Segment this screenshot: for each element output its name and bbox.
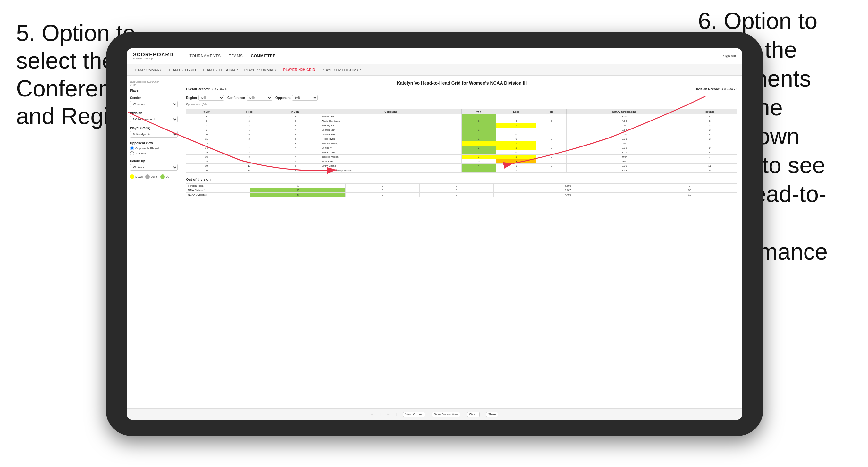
overall-record: Overall Record: 353 - 34 - 6 [186,88,227,91]
cell-reg: 8 [227,150,271,155]
records-row: Overall Record: 353 - 34 - 6 Division Re… [186,88,738,91]
cell-conf: 1 [271,115,320,119]
filter-opponent-select[interactable]: (All) [292,95,318,101]
toolbar-undo-icon[interactable]: ↩ [371,413,373,416]
cell-reg: 6 [227,132,271,137]
sidebar-colour-select[interactable]: Win/loss [130,164,178,170]
radio-opponents-played[interactable]: Opponents Played [130,146,178,150]
filter-region-select[interactable]: (All) [198,95,224,101]
cell-rounds: 7 [682,155,737,159]
legend-down-dot [130,174,134,179]
sidebar-gender-label: Gender [130,96,178,100]
col-div: # Div [186,109,227,115]
cell-win: 1 [461,142,496,146]
cell-opponent: Esther Lee [320,115,461,119]
cell-rounds: 3 [682,128,737,132]
cell-div: 20 [186,168,227,173]
cell-opponent: Federica Domecq Lacroze [320,168,461,173]
sidebar-gender-select[interactable]: Women's [130,101,178,107]
cell-diff: 3.67 [566,128,682,132]
sub-nav-team-h2h-heatmap[interactable]: TEAM H2H HEATMAP [202,67,238,73]
sidebar-opponent-view-label: Opponent view [130,142,178,145]
cell-win: 0 [461,159,496,164]
sub-nav-player-h2h-grid[interactable]: PLAYER H2H GRID [283,66,315,73]
cell-win: 2 [461,132,496,137]
sidebar-division-section: Division NCAA Division III [130,111,178,122]
table-row: 10 6 3 Andrea York 2 0 0 4.00 4 [186,132,738,137]
cell-loss [496,128,536,132]
col-diff: Diff Av Strokes/Rnd [566,109,682,115]
table-row: 6 3 3 Sydney Kuo 1 1 0 -1.00 3 [186,123,738,128]
cell-out-diff: 7.400 [494,193,642,197]
cell-loss: 1 [496,164,536,168]
sub-nav-team-summary[interactable]: TEAM SUMMARY [133,67,162,73]
cell-conf: 2 [271,159,320,164]
col-rounds: Rounds [682,109,737,115]
cell-out-diff: 9.267 [494,188,642,193]
radio-top100[interactable]: Top 100 [130,151,178,155]
cell-loss: 1 [496,142,536,146]
radio-opponents-played-input[interactable] [130,146,134,150]
cell-tie [536,128,566,132]
cell-div: 9 [186,128,227,132]
cell-reg: 2 [227,119,271,123]
cell-opponent: Eunice Yi [320,146,461,150]
cell-opponent: Emily Chang [320,164,461,168]
cell-win: 4 [461,164,496,168]
toolbar-redo-icon[interactable]: ↪ [387,413,390,416]
cell-div: 11 [186,137,227,142]
out-of-division-row: NAIA Division 1 15 0 0 9.267 30 [186,188,738,193]
nav-items: TOURNAMENTS TEAMS COMMITTEE [189,53,275,60]
col-opponent: Opponent [320,109,461,115]
cell-win: 1 [461,119,496,123]
cell-rounds: 3 [682,137,737,142]
toolbar-share-label: Share [488,413,496,416]
cell-diff: 0.38 [566,146,682,150]
filter-conference-select[interactable]: (All) [247,95,272,101]
cell-out-tie: 0 [420,188,494,193]
sub-nav-player-h2h-heatmap[interactable]: PLAYER H2H HEATMAP [321,67,361,73]
table-row: 3 3 1 Esther Lee 1 1.50 4 [186,115,738,119]
sidebar: Last Updated: 27/03/2024 14:34 Player Ge… [127,75,181,420]
cell-diff: -0.94 [566,155,682,159]
legend-down: Down [130,174,143,179]
out-of-division: Out of division Foreign Team 1 0 0 4.500… [186,178,738,197]
filter-region-label: Region [186,96,197,100]
sidebar-division-label: Division [130,111,178,115]
tablet-screen: SCOREBOARD Powered by clippd TOURNAMENTS… [127,48,742,420]
nav-tournaments[interactable]: TOURNAMENTS [189,53,221,60]
cell-conf: 1 [271,142,320,146]
cell-tie: 0 [536,146,566,150]
cell-rounds: 4 [682,132,737,137]
sidebar-player-rank-select[interactable]: 8. Katelyn Vo [130,131,178,137]
sidebar-division-select[interactable]: NCAA Division III [130,116,178,122]
sub-nav-player-summary[interactable]: PLAYER SUMMARY [244,67,277,73]
nav-teams[interactable]: TEAMS [229,53,243,60]
cell-win: 1 [461,123,496,128]
nav-committee[interactable]: COMMITTEE [251,53,275,60]
toolbar-share[interactable]: Share [486,412,498,417]
cell-tie: 0 [536,123,566,128]
cell-diff: 1.50 [566,115,682,119]
cell-reg: 3 [227,155,271,159]
cell-tie: 0 [536,119,566,123]
table-row: 13 1 1 Jessica Huang 1 1 0 -3.00 2 [186,142,738,146]
cell-out-opponent: NAIA Division 1 [186,188,250,193]
filter-section: Region (All) Conference (All) [186,95,738,106]
toolbar-view-original[interactable]: View: Original [403,412,425,417]
cell-opponent: Euna Lee [320,159,461,164]
sub-nav-team-h2h-grid[interactable]: TEAM H2H GRID [168,67,196,73]
sign-out-link[interactable]: Sign out [723,54,736,58]
toolbar-watch[interactable]: Watch [467,412,479,417]
filter-row: Region (All) Conference (All) [186,95,738,101]
toolbar-save-custom[interactable]: Save Custom View [432,412,461,417]
cell-diff: -5.00 [566,159,682,164]
col-conf: # Conf [271,109,320,115]
legend-level-dot [145,174,150,179]
cell-out-opponent: Foreign Team [186,184,250,188]
sidebar-colour-label: Colour by [130,159,178,163]
toolbar-watch-label: Watch [469,413,477,416]
radio-top100-input[interactable] [130,151,134,155]
out-of-division-row: Foreign Team 1 0 0 4.500 2 [186,184,738,188]
cell-div: 6 [186,123,227,128]
